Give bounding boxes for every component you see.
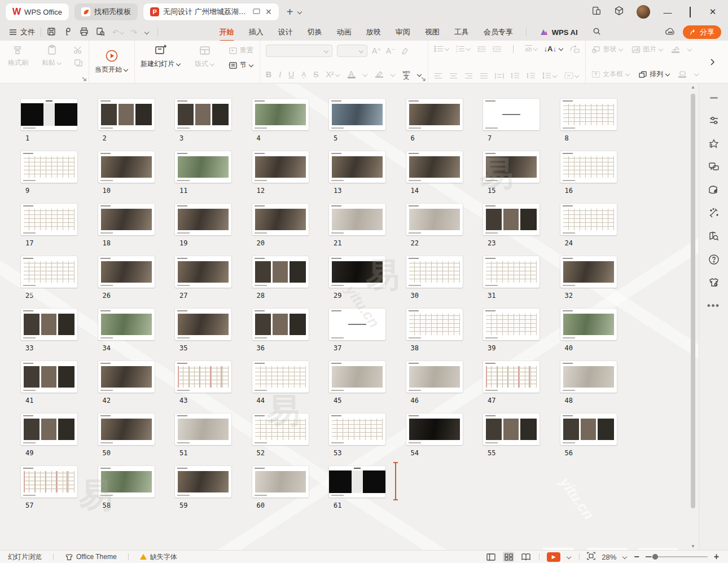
slide-thumbnail[interactable]: 29 <box>329 256 385 309</box>
slide-image[interactable] <box>329 466 385 498</box>
slide-image[interactable] <box>175 414 231 445</box>
slide-image[interactable] <box>98 151 155 183</box>
phonetic-guide-icon[interactable]: wén文 <box>403 70 410 79</box>
navigate-search-icon[interactable] <box>708 230 720 243</box>
slide-image[interactable] <box>175 151 231 183</box>
menu-review[interactable]: 审阅 <box>388 25 418 39</box>
increase-font-icon[interactable]: A⁺ <box>372 46 381 55</box>
decrease-font-icon[interactable]: A⁻ <box>386 46 396 55</box>
slide-image[interactable] <box>98 361 155 393</box>
skin-theme-icon[interactable] <box>708 276 720 289</box>
slide-image[interactable] <box>329 361 385 393</box>
theme-indicator[interactable]: Office Theme <box>65 553 117 561</box>
section-button[interactable]: 节 <box>229 60 254 70</box>
ribbon-expand-chevron-icon[interactable] <box>705 41 720 83</box>
slide-thumbnail[interactable]: 8 <box>560 99 617 151</box>
slide-image[interactable] <box>21 361 77 393</box>
slide-image[interactable] <box>175 204 231 235</box>
arrange-button[interactable]: 排列 <box>638 69 670 79</box>
slide-thumbnail[interactable]: 27 <box>175 256 231 309</box>
slide-thumbnail[interactable]: 20 <box>252 204 309 256</box>
slide-thumbnail[interactable]: 30 <box>406 256 463 309</box>
font-size-select[interactable] <box>337 45 367 57</box>
strikethrough-icon[interactable]: S <box>313 70 318 79</box>
slide-image[interactable] <box>483 361 540 393</box>
slide-image[interactable] <box>483 309 540 340</box>
fit-to-window-icon[interactable] <box>587 552 595 562</box>
slide-thumbnail[interactable]: 41 <box>21 361 77 414</box>
slide-thumbnail[interactable]: 17 <box>21 204 77 256</box>
zoom-slider-knob[interactable] <box>652 554 658 560</box>
slide-image[interactable] <box>175 466 231 498</box>
slide-thumbnail[interactable]: 26 <box>98 256 155 309</box>
slide-image[interactable] <box>252 361 309 393</box>
slide-image[interactable] <box>98 309 155 340</box>
align-right-icon[interactable] <box>464 73 473 79</box>
slide-thumbnail[interactable]: 33 <box>21 309 77 361</box>
slide-thumbnail[interactable]: 12 <box>252 151 309 204</box>
slide-image[interactable] <box>175 309 231 340</box>
menu-insert[interactable]: 插入 <box>242 25 271 39</box>
decrease-indent-icon[interactable] <box>477 46 486 52</box>
font-dialog-launcher-icon[interactable] <box>421 77 426 81</box>
slide-thumbnail[interactable]: 46 <box>406 361 463 414</box>
close-window-button[interactable]: ✕ <box>708 7 718 17</box>
vertical-text-icon[interactable]: ↓A↓ <box>544 45 564 53</box>
tab-presentation-document[interactable]: P 无间设计 广州增城荔湖别墅设 ✕ <box>143 3 279 20</box>
slide-image[interactable] <box>21 309 77 340</box>
redo-icon[interactable]: ↷ <box>131 28 137 37</box>
underline-icon[interactable]: U <box>288 70 294 79</box>
file-menu[interactable]: 文件 <box>9 27 35 37</box>
slide-image[interactable] <box>560 99 617 130</box>
play-from-current-button[interactable]: 当页开始 <box>95 49 129 74</box>
slide-image[interactable] <box>329 99 385 130</box>
slide-image[interactable] <box>329 151 385 183</box>
close-tab-icon[interactable]: ✕ <box>265 7 272 16</box>
vertical-align-icon[interactable] <box>564 72 580 79</box>
slide-thumbnail[interactable]: 60 <box>252 466 309 518</box>
undo-icon[interactable]: ↶ <box>112 28 124 37</box>
slide-image[interactable] <box>21 151 77 183</box>
collapse-pane-icon[interactable] <box>708 91 720 104</box>
distribute-icon[interactable] <box>495 73 504 79</box>
slide-thumbnail[interactable]: 32 <box>560 256 617 309</box>
tab-wps-home[interactable]: W WPS Office <box>6 3 69 20</box>
slide-thumbnail[interactable]: 53 <box>329 414 385 466</box>
cloud-sync-icon[interactable] <box>665 27 676 38</box>
align-center-icon[interactable] <box>449 73 458 79</box>
maximize-button[interactable] <box>685 7 695 17</box>
slide-image[interactable] <box>406 361 463 393</box>
slide-image[interactable] <box>406 256 463 288</box>
slide-image[interactable] <box>483 414 540 445</box>
slide-image[interactable] <box>329 414 385 445</box>
font-family-select[interactable] <box>266 45 332 57</box>
minimize-button[interactable]: — <box>663 7 673 17</box>
layout-button[interactable]: 版式 <box>192 45 217 69</box>
slide-thumbnail[interactable]: 45 <box>329 361 385 414</box>
slide-image[interactable] <box>175 256 231 288</box>
slide-image[interactable] <box>483 256 540 288</box>
font-color-icon[interactable]: A <box>348 71 356 78</box>
print-icon[interactable] <box>80 27 89 38</box>
more-options-icon[interactable]: ••• <box>708 300 720 312</box>
scroll-up-icon[interactable]: ▲ <box>690 85 696 90</box>
slide-image[interactable] <box>406 151 463 183</box>
slide-thumbnail[interactable]: 43 <box>175 361 231 414</box>
slide-thumbnail[interactable]: 36 <box>252 309 309 361</box>
slide-thumbnail[interactable]: 40 <box>560 309 617 361</box>
slide-thumbnail[interactable]: 9 <box>21 151 77 204</box>
slide-image[interactable] <box>483 99 540 130</box>
menu-slideshow[interactable]: 放映 <box>359 25 388 39</box>
slide-thumbnail[interactable]: 21 <box>329 204 385 256</box>
slide-thumbnail[interactable]: 49 <box>21 414 77 466</box>
slide-image[interactable] <box>560 256 617 288</box>
app-center-cube-icon[interactable] <box>614 6 624 18</box>
slide-image[interactable] <box>560 414 617 445</box>
slide-image[interactable] <box>483 204 540 235</box>
shapes-button[interactable]: 形状 <box>591 45 624 54</box>
column-spacing-icon[interactable] <box>527 72 536 79</box>
print-preview-icon[interactable] <box>96 27 105 38</box>
slide-thumbnail[interactable]: 16 <box>560 151 617 204</box>
menu-view[interactable]: 视图 <box>418 25 447 39</box>
increase-indent-icon[interactable] <box>492 46 502 52</box>
